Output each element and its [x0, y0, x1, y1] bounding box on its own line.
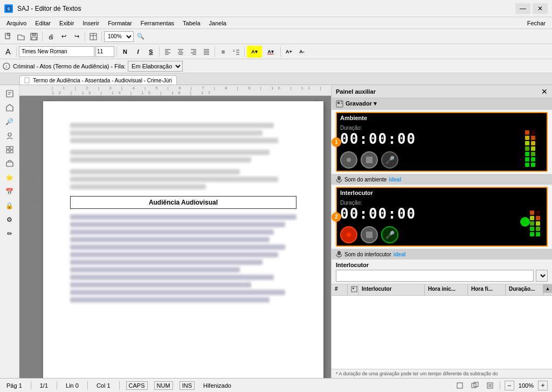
svg-rect-38	[10, 146, 13, 149]
sidebar-btn-edit[interactable]: ✏	[3, 227, 16, 240]
menu-formatar[interactable]: Formatar	[104, 19, 136, 27]
italic-button[interactable]: I	[132, 46, 144, 58]
sidebar-btn-1[interactable]	[3, 87, 16, 100]
doc-page[interactable]: Audiência Audiovisual	[43, 101, 323, 378]
panel-footer-note: * A duração de uma gravação pode ter um …	[332, 369, 552, 378]
bullet-list-button[interactable]: ≡	[217, 46, 229, 58]
menu-bar: Arquivo Editar Exibir Inserir Formatar F…	[0, 17, 552, 29]
svg-rect-39	[6, 150, 9, 153]
panel2-mic-button[interactable]: 🎤	[381, 226, 398, 243]
gravador-label[interactable]: Gravador ▾	[346, 100, 377, 107]
status-sep1	[31, 381, 31, 390]
font-size-increase[interactable]: A+	[283, 46, 295, 58]
interlocutor-dropdown[interactable]: ▾	[536, 270, 548, 282]
status-page: Pág 1	[4, 382, 24, 389]
panel1-record-button[interactable]	[340, 151, 357, 169]
separator	[244, 47, 245, 57]
th-duracao: Duração...	[506, 284, 543, 295]
bold-button[interactable]: N	[119, 46, 131, 58]
doc-status-select[interactable]: Em Elaboração	[128, 61, 183, 72]
align-center-button[interactable]	[175, 46, 187, 58]
ruler: | 1 | 2 | 3 | 4 | 5 | 6 | 7 | 8 | 9 | 10…	[19, 85, 331, 96]
save-button[interactable]	[28, 31, 40, 43]
status-hifenizado: Hifenizado	[201, 382, 233, 389]
th-scroll-placeholder: ▲	[543, 284, 552, 295]
align-right-button[interactable]	[188, 46, 199, 58]
separator	[101, 32, 102, 41]
doc-tab-active[interactable]: Termo de Audiência - Assentada - Audiovi…	[19, 75, 177, 85]
panel2-stop-button[interactable]	[361, 226, 378, 243]
menu-editar[interactable]: Editar	[31, 19, 55, 27]
sidebar-btn-4[interactable]	[3, 129, 16, 142]
panel1-stop-button[interactable]	[361, 151, 378, 169]
table-scroll-up[interactable]: ▲	[543, 284, 552, 293]
status-line: Lin 0	[64, 382, 81, 389]
align-left-button[interactable]	[162, 46, 174, 58]
sidebar-btn-2[interactable]	[3, 101, 16, 114]
zoom-out-button[interactable]: −	[505, 381, 514, 390]
separator	[159, 47, 160, 57]
svg-rect-47	[337, 176, 341, 180]
sidebar-btn-lock[interactable]: 🔒	[3, 199, 16, 212]
svg-rect-54	[457, 383, 463, 388]
status-btn-1[interactable]	[454, 380, 465, 391]
sidebar-btn-settings[interactable]: ⚙	[3, 213, 16, 226]
status-ins[interactable]: INS	[180, 381, 195, 390]
font-color-button[interactable]: A▾	[263, 46, 278, 58]
table-button[interactable]	[87, 31, 99, 43]
separator	[16, 47, 17, 57]
panel2-number-badge: 2	[332, 212, 341, 222]
font-icon-button[interactable]: A	[2, 46, 14, 58]
menu-arquivo[interactable]: Arquivo	[2, 19, 31, 27]
menu-janela[interactable]: Janela	[205, 19, 231, 27]
sidebar-btn-star[interactable]: ⭐	[3, 171, 16, 184]
font-size-input[interactable]	[95, 46, 114, 57]
table-body[interactable]	[332, 296, 552, 369]
interlocutor-input[interactable]	[336, 270, 534, 282]
doc-area[interactable]: | 1 | 2 | 3 | 4 | 5 | 6 | 7 | 8 | 9 | 10…	[19, 85, 331, 378]
zoom-in-button[interactable]: 🔍	[135, 31, 147, 43]
font-size-decrease[interactable]: A-	[296, 46, 308, 58]
close-button[interactable]: ✕	[533, 3, 548, 14]
underline-button[interactable]: S	[145, 46, 157, 58]
status-caps[interactable]: CAPS	[126, 381, 148, 390]
panel1-left: Duração: 00:00:00 🎤	[340, 125, 512, 169]
open-button[interactable]	[15, 31, 27, 43]
minimize-button[interactable]: —	[515, 3, 530, 14]
svg-point-49	[347, 233, 351, 237]
panel2-right	[516, 200, 543, 243]
menu-inserir[interactable]: Inserir	[79, 19, 104, 27]
title-bar: S SAJ - Editor de Textos — ✕	[0, 0, 552, 17]
status-btn-2[interactable]	[470, 380, 480, 391]
highlight-button[interactable]: A▾	[247, 46, 262, 58]
zoom-in-status-button[interactable]: +	[538, 381, 548, 390]
print-button[interactable]: 🖨	[45, 31, 57, 43]
panel2-record-button[interactable]	[340, 226, 357, 243]
panel-close-button[interactable]: ✕	[541, 87, 548, 96]
sidebar-btn-5[interactable]	[3, 143, 16, 156]
align-justify-button[interactable]	[201, 46, 212, 58]
svg-point-46	[347, 158, 351, 162]
numbered-list-button[interactable]: 1.	[230, 46, 242, 58]
new-button[interactable]	[2, 31, 14, 43]
zoom-select[interactable]: 100%	[104, 31, 134, 42]
sidebar-btn-3[interactable]: 🔎	[3, 115, 16, 128]
sidebar-btn-calendar[interactable]: 📅	[3, 185, 16, 198]
panel1-mic-button[interactable]: 🎤	[381, 151, 398, 169]
doc-scroll-area[interactable]: 1 2 3 4 5 6 7 8	[19, 96, 331, 378]
status-num[interactable]: NUM	[154, 381, 173, 390]
menu-ferramentas[interactable]: Ferramentas	[136, 19, 178, 27]
font-name-input[interactable]	[19, 46, 94, 57]
status-left: Pág 1 1/1 Lin 0 Col 1 CAPS NUM INS Hifen…	[4, 381, 233, 390]
redo-button[interactable]: ↪	[71, 31, 82, 43]
toolbar2: A N I S ≡ 1. A▾ A▾ A+ A-	[0, 44, 552, 59]
fechar-button[interactable]: Fechar	[523, 19, 550, 27]
svg-text:i: i	[6, 64, 7, 69]
sidebar-btn-6[interactable]	[3, 157, 16, 170]
menu-tabela[interactable]: Tabela	[178, 19, 204, 27]
separator	[280, 47, 281, 57]
undo-button[interactable]: ↩	[58, 31, 70, 43]
panel2-status-label: ideal	[394, 251, 406, 257]
status-btn-3[interactable]	[485, 380, 495, 391]
menu-exibir[interactable]: Exibir	[55, 19, 79, 27]
